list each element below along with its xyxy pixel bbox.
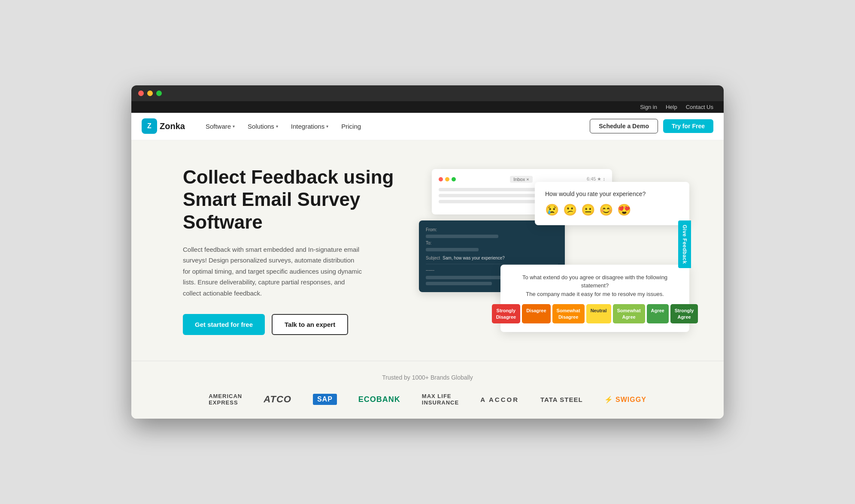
scale-neutral[interactable]: Neutral (586, 304, 611, 323)
get-started-button[interactable]: Get started for free (183, 314, 265, 335)
traffic-light-yellow[interactable] (147, 91, 153, 96)
signin-link[interactable]: Sign in (640, 104, 657, 110)
nav-actions: Schedule a Demo Try for Free (590, 119, 713, 133)
agreement-question: To what extend do you agree or disagree … (511, 273, 679, 299)
nav-software[interactable]: Software ▾ (200, 120, 240, 133)
nav-pricing[interactable]: Pricing (336, 120, 366, 133)
chevron-down-icon: ▾ (233, 124, 235, 129)
utility-bar: Sign in Help Contact Us (131, 101, 724, 113)
nav-solutions[interactable]: Solutions ▾ (243, 120, 283, 133)
scale-somewhat-agree[interactable]: Somewhat Agree (613, 304, 645, 323)
emoji-4[interactable]: 😊 (599, 203, 613, 217)
emoji-1[interactable]: 😢 (545, 203, 559, 217)
trusted-title: Trusted by 1000+ Brands Globally (149, 374, 706, 381)
scale-somewhat-disagree[interactable]: Somewhat Disagree (552, 304, 585, 323)
hero-section: Collect Feedback using Smart Email Surve… (131, 140, 724, 361)
brand-atco: ATCO (264, 394, 291, 405)
emoji-2[interactable]: 😕 (563, 203, 577, 217)
traffic-light-red[interactable] (138, 91, 144, 96)
logo-icon: Z (142, 118, 157, 134)
to-label: To: (426, 241, 558, 245)
main-nav: Z Zonka Software ▾ Solutions ▾ Integrati… (131, 113, 724, 140)
hero-actions: Get started for free Talk to an expert (183, 314, 406, 335)
hero-left: Collect Feedback using Smart Email Surve… (183, 166, 406, 335)
scale-strongly-disagree[interactable]: Strongly Disagree (492, 304, 520, 323)
scale-agree[interactable]: Agree (647, 304, 669, 323)
rating-emojis: 😢 😕 😐 😊 😍 (545, 203, 679, 217)
rating-card: How would you rate your experience? 😢 😕 … (535, 182, 689, 225)
emoji-5[interactable]: 😍 (617, 203, 631, 217)
rating-question: How would you rate your experience? (545, 190, 679, 197)
scale-disagree[interactable]: Disagree (522, 304, 550, 323)
brand-tata: TATA STEEL (540, 396, 583, 403)
trusted-section: Trusted by 1000+ Brands Globally AMERICA… (131, 361, 724, 419)
brand-sap: SAP (313, 394, 337, 405)
nav-integrations[interactable]: Integrations ▾ (286, 120, 334, 133)
logo-text: Zonka (160, 121, 185, 131)
brand-ecobank: Ecobank (358, 395, 400, 404)
brand-swiggy: ⚡ SWIGGY (604, 395, 646, 404)
window-dots (439, 177, 456, 181)
from-label: From: (426, 227, 558, 232)
chevron-down-icon: ▾ (326, 124, 328, 129)
brand-maxlife: MAX LIFEINSURANCE (422, 393, 459, 406)
scale-strongly-agree[interactable]: Strongly Agree (670, 304, 698, 323)
brand-amex: AMERICANEXPRESS (209, 393, 242, 406)
schedule-demo-button[interactable]: Schedule a Demo (590, 119, 658, 133)
subject-value: Sam, how was your experience? (443, 256, 505, 260)
hero-description: Collect feedback with smart embedded and… (183, 244, 363, 299)
subject-label: Subject (426, 256, 440, 260)
email-time: 6:45 ★ ↕ (587, 176, 605, 182)
brand-accor: A ACCOR (480, 396, 519, 403)
brand-logos: AMERICANEXPRESS ATCO SAP Ecobank MAX LIF… (149, 393, 706, 406)
contact-link[interactable]: Contact Us (686, 104, 713, 110)
emoji-3[interactable]: 😐 (581, 203, 595, 217)
help-link[interactable]: Help (666, 104, 677, 110)
give-feedback-tab[interactable]: Give Feedback (678, 220, 691, 268)
traffic-light-green[interactable] (156, 91, 162, 96)
try-free-button[interactable]: Try for Free (663, 119, 713, 133)
nav-links: Software ▾ Solutions ▾ Integrations ▾ Pr… (200, 120, 590, 133)
hero-title: Collect Feedback using Smart Email Surve… (183, 166, 406, 234)
browser-chrome (131, 85, 724, 101)
logo[interactable]: Z Zonka (142, 118, 185, 134)
agreement-scale: Strongly Disagree Disagree Somewhat Disa… (511, 304, 679, 323)
agreement-card: To what extend do you agree or disagree … (500, 265, 689, 332)
hero-right: Inbox × 6:45 ★ ↕ From: To: Subject Sam, … (406, 169, 689, 332)
chevron-down-icon: ▾ (276, 124, 278, 129)
inbox-badge: Inbox × (510, 176, 532, 183)
talk-to-expert-button[interactable]: Talk to an expert (272, 314, 348, 335)
